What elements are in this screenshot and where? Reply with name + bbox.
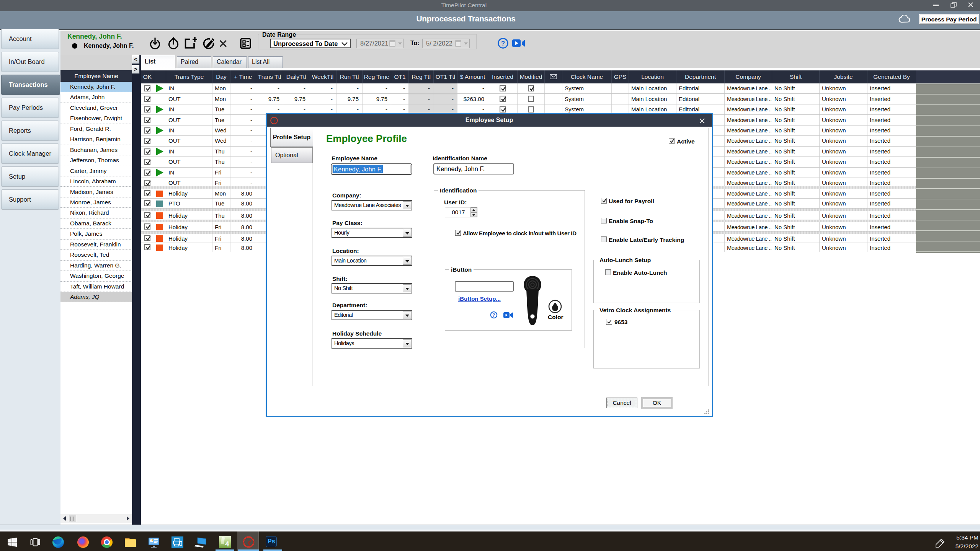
svg-text:?: ? [501, 40, 505, 47]
svg-text:?: ? [492, 313, 495, 318]
